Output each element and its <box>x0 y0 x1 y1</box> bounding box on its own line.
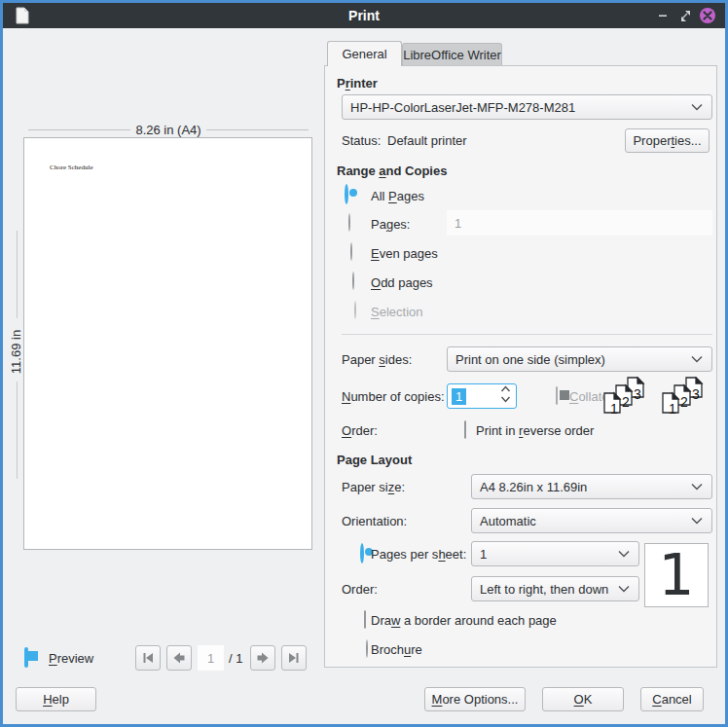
window-title: Print <box>3 3 725 28</box>
more-options-button[interactable]: More Options... <box>424 687 526 711</box>
minimize-icon[interactable] <box>655 8 671 23</box>
paper-size-value: A4 8.26in x 11.69in <box>480 480 587 494</box>
reverse-order-label[interactable]: Print in reverse order <box>476 423 594 438</box>
preview-checkbox[interactable] <box>24 647 28 668</box>
chevron-down-icon <box>617 582 631 597</box>
guide-line <box>206 129 309 130</box>
even-pages-radio[interactable] <box>350 242 352 261</box>
titlebar[interactable]: Print <box>3 3 725 28</box>
pages-per-sheet-value: 1 <box>480 547 487 562</box>
close-icon[interactable] <box>700 8 715 23</box>
restore-icon[interactable] <box>676 8 692 23</box>
even-pages-label[interactable]: Even pages <box>371 246 438 261</box>
paper-sides-value: Print on one side (simplex) <box>455 352 605 367</box>
prev-page-icon[interactable] <box>166 645 192 671</box>
printer-heading: Printer <box>337 76 378 91</box>
brochure-radio[interactable] <box>366 639 368 658</box>
guide-line <box>17 382 18 479</box>
next-page-icon[interactable] <box>250 645 275 671</box>
paper-width-label: 8.26 in (A4) <box>135 123 200 137</box>
paper-width-guide: 8.26 in (A4) <box>23 123 313 137</box>
svg-text:1: 1 <box>610 401 618 417</box>
properties-button[interactable]: Properties... <box>625 128 710 153</box>
guide-line <box>17 231 18 318</box>
tab-general[interactable]: General <box>327 41 402 66</box>
all-pages-radio[interactable] <box>345 184 348 204</box>
orientation-label: Orientation: <box>342 514 407 528</box>
orientation-select[interactable]: Automatic <box>471 508 712 533</box>
preview-checkbox-label[interactable]: Preview <box>49 651 93 666</box>
svg-text:3: 3 <box>634 386 641 402</box>
collate-pages-icon: 123 <box>661 377 704 421</box>
orientation-value: Automatic <box>480 514 536 528</box>
printer-select[interactable]: HP-HP-ColorLaserJet-MFP-M278-M281 <box>342 94 712 120</box>
ok-button[interactable]: OK <box>542 687 624 711</box>
printer-select-value: HP-HP-ColorLaserJet-MFP-M278-M281 <box>350 100 575 115</box>
sheet-order-label: Order: <box>342 582 378 597</box>
svg-text:2: 2 <box>680 394 688 410</box>
order-label: Order: <box>342 423 378 438</box>
chevron-down-icon <box>690 514 704 528</box>
all-pages-label[interactable]: All Pages <box>371 189 424 203</box>
collate-checkbox <box>556 386 558 405</box>
paper-sides-label: Paper sides: <box>342 352 412 367</box>
chevron-down-icon <box>617 547 631 562</box>
paper-sides-select[interactable]: Print on one side (simplex) <box>447 346 712 372</box>
svg-text:2: 2 <box>622 394 630 410</box>
pages-input[interactable]: 1 <box>447 210 712 236</box>
collate-pages-icon: 123 <box>602 377 645 421</box>
odd-pages-label[interactable]: Odd pages <box>371 275 433 290</box>
paper-size-select[interactable]: A4 8.26in x 11.69in <box>471 474 712 499</box>
sheet-layout-preview: 1 <box>644 543 709 607</box>
general-tab-panel: Printer HP-HP-ColorLaserJet-MFP-M278-M28… <box>324 65 717 668</box>
spinner-up-down-icon[interactable] <box>499 383 512 409</box>
help-button[interactable]: Help <box>16 687 96 711</box>
copies-value: 1 <box>452 388 466 405</box>
svg-text:1: 1 <box>669 401 676 417</box>
range-copies-heading: Range and Copies <box>337 164 447 178</box>
number-of-copies-label: Number of copies: <box>342 389 445 404</box>
sheet-order-value: Left to right, then down <box>480 582 608 597</box>
first-page-icon[interactable] <box>135 645 161 671</box>
pages-radio[interactable] <box>348 213 350 232</box>
guide-line <box>28 129 130 130</box>
chevron-down-icon <box>690 352 704 367</box>
pages-per-sheet-label[interactable]: Pages per sheet: <box>371 547 466 562</box>
draw-border-label[interactable]: Draw a border around each page <box>371 613 557 628</box>
paper-height-label: 11.69 in <box>9 325 23 380</box>
print-dialog: Print 8.26 in (A4) 11.69 in Chore Schedu… <box>0 0 728 727</box>
pages-per-sheet-select[interactable]: 1 <box>471 541 639 566</box>
document-title-text: Chore Schedule <box>50 164 93 171</box>
draw-border-checkbox[interactable] <box>364 610 366 629</box>
reverse-order-checkbox[interactable] <box>464 420 466 439</box>
selection-label: Selection <box>371 305 422 319</box>
chevron-down-icon <box>690 100 704 115</box>
cancel-button[interactable]: Cancel <box>640 687 704 711</box>
selection-radio <box>354 301 356 319</box>
section-divider <box>342 334 712 335</box>
tab-libreoffice-writer[interactable]: LibreOffice Writer <box>402 43 502 66</box>
paper-size-label: Paper size: <box>342 480 405 494</box>
brochure-label[interactable]: Brochure <box>371 642 422 657</box>
odd-pages-radio[interactable] <box>352 272 354 290</box>
print-preview-page: Chore Schedule <box>23 137 312 550</box>
page-total-label: / 1 <box>229 651 242 666</box>
status-value: Default printer <box>387 133 467 148</box>
chevron-down-icon <box>690 480 704 494</box>
svg-text:3: 3 <box>692 386 700 402</box>
pages-per-sheet-radio[interactable] <box>360 543 364 563</box>
pages-radio-label[interactable]: Pages: <box>371 217 410 232</box>
status-label: Status: <box>342 133 381 148</box>
last-page-icon[interactable] <box>281 645 307 671</box>
copies-spinner[interactable]: 1 <box>447 383 517 409</box>
sheet-order-select[interactable]: Left to right, then down <box>471 576 639 601</box>
current-page-input[interactable]: 1 <box>198 645 224 671</box>
page-layout-heading: Page Layout <box>337 453 412 467</box>
